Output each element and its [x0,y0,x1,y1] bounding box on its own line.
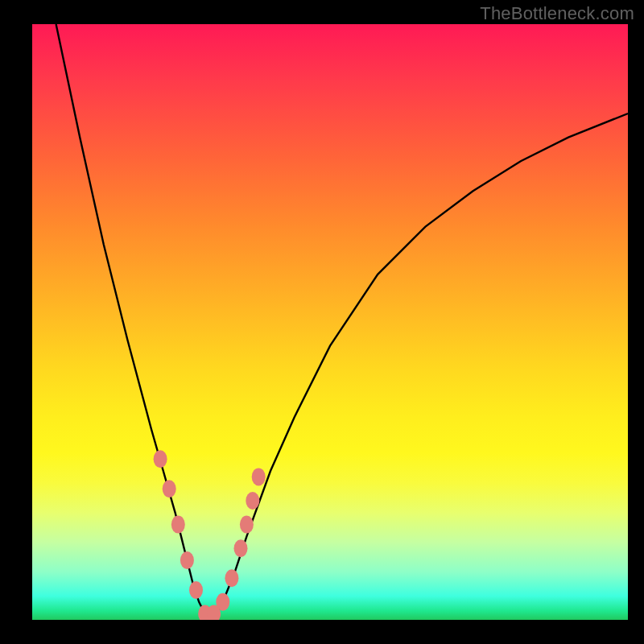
highlight-dots [154,450,266,620]
highlight-dot [246,492,259,510]
highlight-dot [154,450,167,468]
highlight-dot [216,593,229,611]
chart-container: TheBottleneck.com [0,0,644,644]
highlight-dot [163,480,176,497]
highlight-dot [171,516,185,534]
curve-layer [32,24,628,620]
watermark-text: TheBottleneck.com [480,3,634,24]
plot-area [32,24,628,620]
highlight-dot [240,516,254,534]
highlight-dot [234,539,248,557]
highlight-dot [180,551,194,569]
highlight-dot [225,569,238,587]
highlight-dot [189,581,203,599]
bottleneck-curve [56,24,628,620]
highlight-dot [252,468,266,485]
